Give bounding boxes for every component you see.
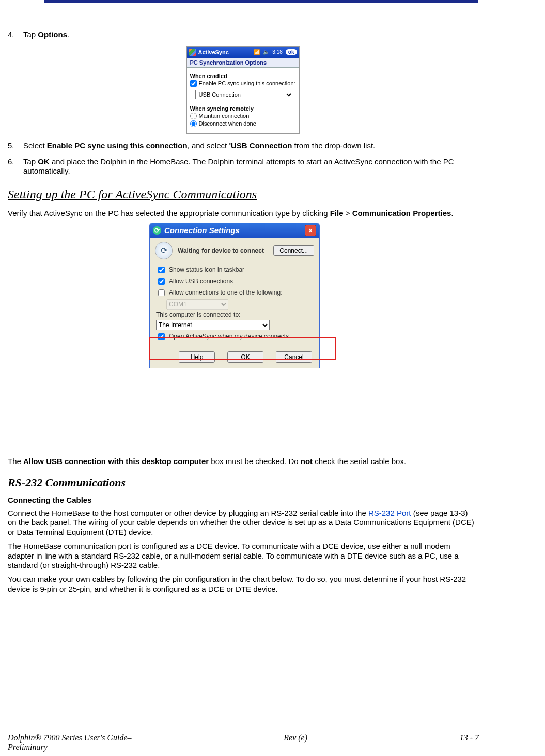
allow-com-checkbox[interactable] xyxy=(158,289,165,296)
waiting-text: Waiting for device to connect xyxy=(178,247,268,254)
step-5: 5. Select Enable PC sync using this conn… xyxy=(8,141,478,151)
page-top-rule xyxy=(44,0,478,3)
activesync-screenshot: ActiveSync 📶 🔈 3:18 ok PC Synchronizatio… xyxy=(186,46,300,134)
al-b: Allow USB connection with this desktop c… xyxy=(23,457,209,466)
step-5-num: 5. xyxy=(8,141,14,151)
heading-rs232: RS-232 Communications xyxy=(8,476,478,489)
al-e: check the serial cable box. xyxy=(313,457,406,466)
when-cradled-title: When cradled xyxy=(190,73,296,79)
step-6-bold: OK xyxy=(38,157,50,166)
subhead-cables: Connecting the Cables xyxy=(8,496,478,504)
show-status-row[interactable]: Show status icon in taskbar xyxy=(156,265,313,275)
signal-icon: 📶 xyxy=(254,49,260,55)
step-4-bold: Options xyxy=(38,30,67,39)
step-5-b1: Enable PC sync using this connection xyxy=(47,141,188,150)
verify-b: File xyxy=(330,209,344,218)
allow-usb-checkbox[interactable] xyxy=(158,278,165,285)
verify-e: . xyxy=(451,209,453,218)
p1: Connect the HomeBase to the host compute… xyxy=(8,508,478,537)
step-6-num: 6. xyxy=(8,157,14,167)
enable-pc-sync-row[interactable]: Enable PC sync using this connection: xyxy=(190,80,296,87)
maintain-radio[interactable] xyxy=(190,113,197,119)
step-5-b2: 'USB Connection xyxy=(229,141,292,150)
step-4-num: 4. xyxy=(8,30,14,40)
mobile-ok-button[interactable]: ok xyxy=(286,49,297,55)
close-icon[interactable]: × xyxy=(305,225,316,236)
connection-select[interactable]: 'USB Connection xyxy=(195,90,293,99)
maintain-label: Maintain connection xyxy=(199,113,250,119)
heading-activesync-pc: Setting up the PC for ActiveSync Communi… xyxy=(8,188,478,202)
allow-usb-para: The Allow USB connection with this deskt… xyxy=(8,457,478,467)
when-remote-title: When syncing remotely xyxy=(190,105,296,112)
allow-com-label: Allow connections to one of the followin… xyxy=(169,289,282,296)
connected-to-select[interactable]: The Internet xyxy=(156,320,270,330)
footer-left: Dolphin® 7900 Series User's Guide– Preli… xyxy=(8,733,132,752)
footer-right: 13 - 7 xyxy=(460,733,479,743)
al-d: not xyxy=(301,457,313,466)
verify-d: Communication Properties xyxy=(352,209,451,218)
page-content: 4. Tap Options. ActiveSync 📶 🔈 3:18 ok P… xyxy=(8,30,478,598)
al-c: box must be checked. Do xyxy=(209,457,301,466)
allow-usb-row[interactable]: Allow USB connections xyxy=(156,276,313,286)
page-footer: Dolphin® 7900 Series User's Guide– Preli… xyxy=(8,733,479,752)
connection-settings-screenshot: ⟳Connection Settings × ⟳ Waiting for dev… xyxy=(149,223,336,368)
step-4-b: . xyxy=(67,30,69,39)
step-5-a: Select xyxy=(23,141,47,150)
al-a: The xyxy=(8,457,23,466)
verify-a: Verify that ActiveSync on the PC has sel… xyxy=(8,209,330,218)
sync-title-icon: ⟳ xyxy=(153,226,161,235)
disconnect-label: Disconnect when done xyxy=(199,120,256,127)
mobile-time: 3:18 xyxy=(272,49,282,55)
dlg-title-text: Connection Settings xyxy=(164,226,240,235)
p3: You can make your own cables by followin… xyxy=(8,575,478,594)
rs232-port-link[interactable]: RS-232 Port xyxy=(368,508,411,517)
step-4-a: Tap xyxy=(23,30,38,39)
p1-a: Connect the HomeBase to the host compute… xyxy=(8,508,368,517)
p2: The HomeBase communication port is confi… xyxy=(8,542,478,570)
mobile-subtitle: PC Synchronization Options xyxy=(187,58,299,68)
dlg-titlebar: ⟳Connection Settings × xyxy=(150,223,319,238)
footer-left1: Dolphin® 7900 Series User's Guide– xyxy=(8,733,132,742)
step-6-b: and place the Dolphin in the HomeBase. T… xyxy=(23,157,454,176)
mobile-titlebar: ActiveSync 📶 🔈 3:18 ok xyxy=(187,47,299,58)
disconnect-row[interactable]: Disconnect when done xyxy=(190,120,296,127)
highlight-box xyxy=(149,337,336,360)
footer-center: Rev (e) xyxy=(284,733,307,743)
windows-flag-icon xyxy=(189,49,196,56)
show-status-label: Show status icon in taskbar xyxy=(169,266,244,273)
speaker-icon: 🔈 xyxy=(263,49,269,55)
enable-pc-sync-label: Enable PC sync using this connection: xyxy=(199,80,295,86)
step-5-d: from the drop-down list. xyxy=(292,141,375,150)
step-6-a: Tap xyxy=(23,157,38,166)
step-5-c: , and select xyxy=(188,141,229,150)
footer-left2: Preliminary xyxy=(8,743,48,751)
allow-usb-label: Allow USB connections xyxy=(169,277,233,285)
footer-rule xyxy=(8,729,479,729)
verify-c: > xyxy=(344,209,352,218)
disconnect-radio[interactable] xyxy=(190,120,197,127)
connected-to-label: This computer is connected to: xyxy=(156,311,313,318)
connect-button[interactable]: Connect... xyxy=(273,245,314,256)
step-6: 6. Tap OK and place the Dolphin in the H… xyxy=(8,157,478,177)
com-select: COM1 xyxy=(166,299,228,310)
allow-com-row[interactable]: Allow connections to one of the followin… xyxy=(156,288,313,298)
mobile-app-title: ActiveSync xyxy=(198,49,229,55)
maintain-row[interactable]: Maintain connection xyxy=(190,113,296,119)
sync-status-icon: ⟳ xyxy=(155,242,173,259)
enable-pc-sync-checkbox[interactable] xyxy=(190,80,197,87)
show-status-checkbox[interactable] xyxy=(158,267,165,273)
verify-para: Verify that ActiveSync on the PC has sel… xyxy=(8,209,478,219)
step-4: 4. Tap Options. xyxy=(8,30,478,40)
